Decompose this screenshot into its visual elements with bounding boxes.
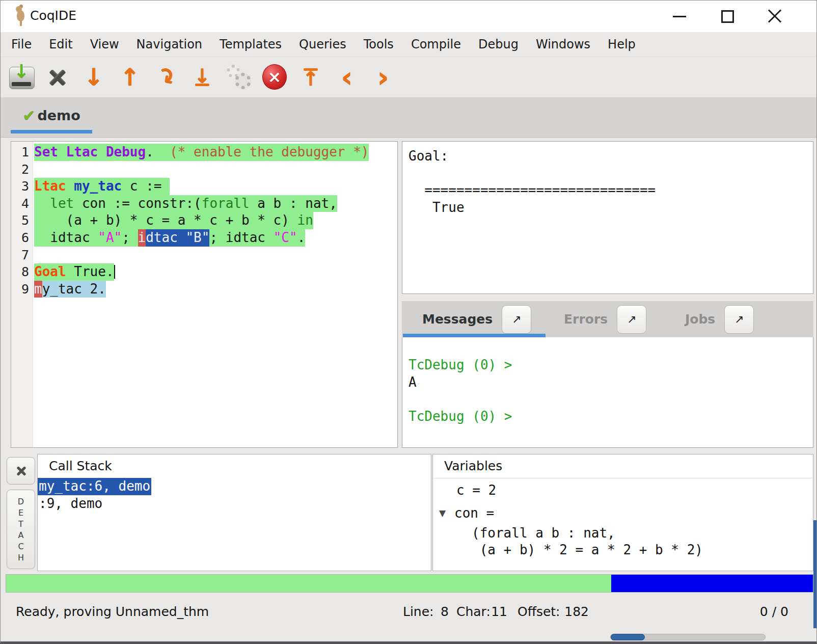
code-segment: "A": [98, 229, 122, 247]
save-icon: ↓: [9, 65, 34, 89]
code-line-3[interactable]: Ltac my_tac c :=: [34, 178, 397, 195]
code-segment: Ltac: [34, 178, 66, 195]
menu-item-debug[interactable]: Debug: [470, 37, 527, 51]
step-backward-button[interactable]: ↑: [117, 62, 143, 92]
tab-errors[interactable]: Errors ↗: [564, 305, 646, 334]
chevron-right-icon: ›: [377, 66, 389, 89]
progress-remaining: [611, 575, 813, 592]
code-segment: "C": [274, 229, 297, 247]
goal-conclusion: True: [408, 199, 813, 217]
detach-debugger-button[interactable]: DETACH: [7, 490, 35, 569]
right-edge-scrollbar[interactable]: [813, 520, 816, 628]
title-bar[interactable]: CoqIDE: [1, 1, 816, 32]
arrow-up-to-bar-icon: ↑: [303, 68, 319, 86]
variable-text: (forall a b : nat,: [472, 525, 615, 541]
code-segment: (* enable the debugger *): [170, 144, 369, 161]
messages-panel[interactable]: TcDebug (0) >ATcDebug (0) >: [402, 337, 813, 448]
detach-letter: A: [18, 530, 24, 540]
menu-item-edit[interactable]: Edit: [40, 37, 81, 51]
menu-item-windows[interactable]: Windows: [527, 37, 599, 51]
code-segment: "B": [185, 229, 209, 247]
variable-row[interactable]: (a + b) * 2 = a * 2 + b * 2): [433, 542, 813, 559]
callstack-frame[interactable]: :9, demo: [38, 495, 103, 513]
menu-item-compile[interactable]: Compile: [402, 37, 470, 51]
detach-messages-button[interactable]: ↗: [502, 305, 531, 334]
detach-jobs-button[interactable]: ↗: [724, 305, 754, 334]
toolbar: ↓ ↓ ↑ ↷ ↓ × ↑: [1, 57, 816, 97]
detach-errors-button[interactable]: ↗: [617, 305, 646, 334]
code-segment: .: [146, 144, 154, 161]
menu-item-view[interactable]: View: [81, 37, 128, 51]
code-segment: Goal: [34, 263, 66, 281]
step-forward-button[interactable]: ↓: [81, 62, 106, 92]
interrupt-button[interactable]: ×: [262, 62, 287, 92]
line-number: 5: [11, 212, 33, 229]
call-stack-list[interactable]: Call Stack my_tac:6, demo:9, demo: [37, 454, 431, 571]
detach-icon: ↗: [734, 313, 744, 326]
code-segment: .: [297, 229, 306, 247]
message-line: TcDebug (0) >: [408, 357, 813, 374]
menu-item-file[interactable]: File: [3, 37, 40, 51]
tab-jobs[interactable]: Jobs ↗: [685, 305, 754, 334]
code-line-7[interactable]: [34, 247, 397, 264]
code-line-5[interactable]: (a + b) * c = a * c + b * c) in: [34, 212, 397, 229]
expander-triangle-icon[interactable]: ▼: [439, 508, 454, 518]
line-number: 4: [11, 195, 33, 212]
tab-messages[interactable]: Messages ↗: [422, 305, 531, 334]
maximize-button[interactable]: [716, 5, 739, 28]
status-bar: Ready, proving Unnamed_thm Line: 8 Char:…: [1, 593, 816, 642]
mini-progress-track: [610, 634, 766, 640]
code-line-4[interactable]: let con := constr:(forall a b : nat,: [34, 195, 397, 212]
code-segment: ; idtac: [209, 229, 273, 247]
minimize-button[interactable]: [668, 5, 691, 28]
call-stack-title: Call Stack: [38, 454, 431, 478]
variable-row[interactable]: (forall a b : nat,: [433, 524, 813, 542]
previous-button[interactable]: ‹: [334, 62, 360, 92]
code-line-8[interactable]: Goal True.: [34, 263, 397, 281]
code-line-2[interactable]: [34, 161, 397, 178]
errors-tab-label[interactable]: Errors: [564, 312, 608, 327]
script-editor[interactable]: 123456789 Set Ltac Debug. (* enable the …: [11, 141, 398, 448]
variables-panel[interactable]: Variables c = 2▼con =(forall a b : nat, …: [432, 454, 813, 571]
mini-progress-thumb: [611, 634, 645, 640]
variable-text: c = 2: [456, 482, 496, 498]
run-to-end-button[interactable]: ↓: [189, 62, 215, 92]
next-button[interactable]: ›: [370, 62, 396, 92]
debugger-close-button[interactable]: [7, 457, 35, 485]
maximize-icon: [721, 10, 734, 23]
stop-icon: ×: [262, 64, 287, 90]
menu-item-tools[interactable]: Tools: [355, 37, 402, 51]
editor-code[interactable]: Set Ltac Debug. (* enable the debugger *…: [33, 142, 397, 447]
code-line-1[interactable]: Set Ltac Debug. (* enable the debugger *…: [34, 144, 397, 161]
callstack-frame[interactable]: my_tac:6, demo: [38, 478, 151, 495]
run-to-cursor-button[interactable]: ↷: [153, 62, 179, 92]
variable-row[interactable]: c = 2: [433, 478, 813, 501]
jobs-tab-label[interactable]: Jobs: [685, 312, 715, 327]
code-line-6[interactable]: idtac "A"; idtac "B"; idtac "C".: [34, 229, 397, 247]
document-progress-bar: [6, 574, 813, 593]
menu-item-navigation[interactable]: Navigation: [128, 37, 211, 51]
variable-row[interactable]: ▼con =: [433, 501, 813, 524]
code-line-9[interactable]: my_tac 2.: [34, 281, 397, 298]
window-title: CoqIDE: [30, 8, 76, 23]
fully-check-button[interactable]: [226, 62, 251, 92]
close-doc-button[interactable]: [45, 62, 70, 92]
messages-tab-label[interactable]: Messages: [422, 312, 493, 327]
code-segment: idtac: [34, 229, 98, 247]
tab-strip: ✔ demo: [1, 97, 816, 138]
menu-item-help[interactable]: Help: [599, 37, 644, 51]
gears-icon: [226, 64, 251, 90]
minimize-icon: [673, 16, 686, 17]
menu-item-templates[interactable]: Templates: [211, 37, 290, 51]
code-segment: in: [297, 212, 313, 229]
arrow-down-icon: ↓: [84, 65, 104, 89]
restart-button[interactable]: ↑: [298, 62, 323, 92]
progress-processed: [6, 575, 611, 592]
code-segment: [154, 144, 170, 161]
line-number: 1: [11, 144, 33, 161]
save-button[interactable]: ↓: [9, 62, 34, 92]
goal-panel[interactable]: Goal: ============================= True: [402, 141, 813, 294]
tab-demo[interactable]: ✔ demo: [11, 97, 92, 133]
menu-item-queries[interactable]: Queries: [290, 37, 355, 51]
close-button[interactable]: [763, 5, 786, 28]
